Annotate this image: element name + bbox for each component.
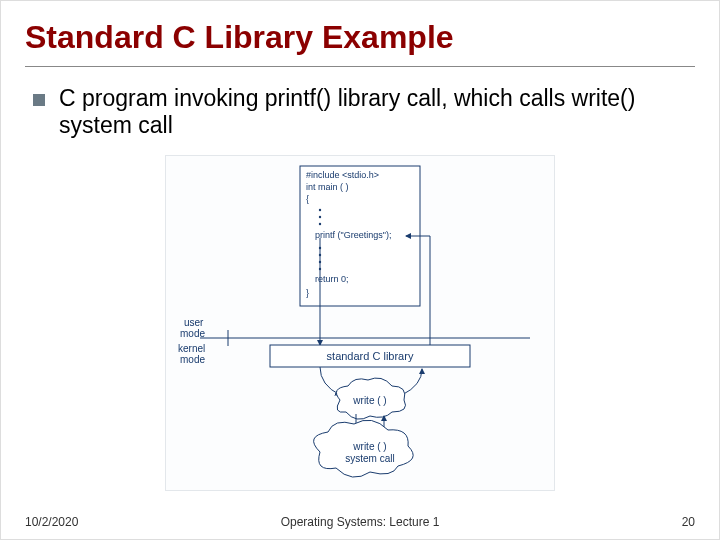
svg-point-0 (319, 209, 321, 211)
square-bullet-icon (33, 94, 45, 106)
diagram-svg: #include <stdio.h> int main ( ) { printf… (170, 160, 550, 480)
syscall-line1: write ( ) (352, 441, 386, 452)
arrow-write-to-lib (402, 369, 422, 395)
user-mode-u: user (184, 317, 204, 328)
svg-point-1 (319, 216, 321, 218)
bullet-row: C program invoking printf() library call… (25, 85, 695, 139)
footer: 10/2/2020 Operating Systems: Lecture 1 2… (25, 515, 695, 529)
svg-point-2 (319, 223, 321, 225)
code-line-printf: printf ("Greetings"); (315, 230, 391, 240)
std-lib-label: standard C library (327, 350, 414, 362)
syscall-line2: system call (345, 453, 394, 464)
write-label: write ( ) (352, 395, 386, 406)
slide: Standard C Library Example C program inv… (0, 0, 720, 540)
kernel-mode-k: kernel (178, 343, 205, 354)
code-line-include: #include <stdio.h> (306, 170, 379, 180)
code-line-main: int main ( ) (306, 182, 349, 192)
code-line-openbrace: { (306, 194, 309, 204)
code-line-closebrace: } (306, 288, 309, 298)
bullet-text: C program invoking printf() library call… (59, 85, 695, 139)
kernel-mode-m: mode (180, 354, 205, 365)
page-title: Standard C Library Example (25, 19, 695, 67)
user-mode-m: mode (180, 328, 205, 339)
figure-container: #include <stdio.h> int main ( ) { printf… (25, 155, 695, 491)
footer-date: 10/2/2020 (25, 515, 78, 529)
diagram-figure: #include <stdio.h> int main ( ) { printf… (165, 155, 555, 491)
footer-page: 20 (682, 515, 695, 529)
footer-center: Operating Systems: Lecture 1 (281, 515, 440, 529)
